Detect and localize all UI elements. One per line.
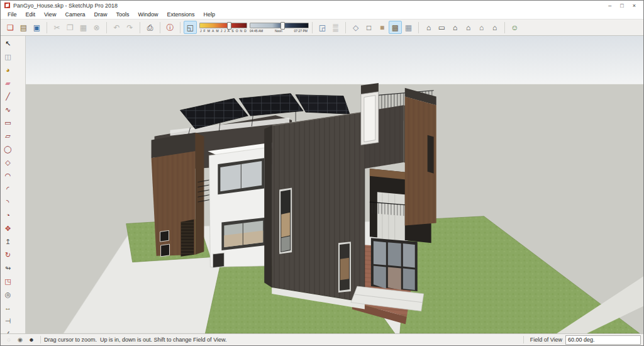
undo-button[interactable]: ↶: [110, 21, 123, 34]
month-letter: S: [231, 29, 233, 33]
circle-tool[interactable]: ◯: [2, 143, 14, 155]
month-letter: J: [224, 29, 226, 33]
style-xray-button[interactable]: ◇: [349, 21, 362, 34]
scale-tool[interactable]: ◳: [2, 276, 14, 287]
main-toolbar: ❏▤▣✂❐▦⊗↶↷⎙ⓘ ◱ JFMAMJJASOND 04:45 AM Noon…: [1, 20, 643, 36]
time-slider-handle[interactable]: [280, 22, 285, 30]
view-left-icon: ⌂: [492, 24, 497, 31]
two-point-arc-tool[interactable]: ◜: [2, 183, 14, 195]
copy-button[interactable]: ❐: [64, 21, 77, 34]
view-iso-button[interactable]: ⌂: [422, 21, 435, 34]
style-shaded-with-textures-icon: ▩: [392, 24, 399, 31]
tape-measure-tool[interactable]: ↔: [2, 302, 14, 314]
paste-button[interactable]: ▦: [77, 21, 90, 34]
toolbar-separator: [140, 22, 140, 33]
shadow-time-slider[interactable]: 04:45 AM Noon 07:27 PM: [250, 23, 309, 33]
style-monochrome-button[interactable]: ▦: [402, 21, 415, 34]
follow-me-tool[interactable]: ↬: [2, 262, 14, 274]
view-top-button[interactable]: ▭: [435, 21, 448, 34]
rectangle-tool[interactable]: ▭: [2, 117, 14, 129]
print-button[interactable]: ⎙: [143, 21, 157, 34]
style-hidden-line-button[interactable]: □: [362, 21, 375, 34]
rotate-tool[interactable]: ↻: [2, 249, 14, 261]
toolbar-separator: [180, 22, 180, 33]
menu-edit[interactable]: Edit: [21, 11, 40, 18]
menu-camera[interactable]: Camera: [60, 11, 89, 18]
shadow-date-slider[interactable]: JFMAMJJASOND: [199, 23, 247, 33]
save-button[interactable]: ▣: [30, 21, 43, 34]
measurement-input[interactable]: 60.00 deg.: [565, 335, 641, 345]
move-tool[interactable]: ✥: [2, 223, 14, 235]
view-left-button[interactable]: ⌂: [488, 21, 501, 34]
eraser-tool[interactable]: ▰: [2, 77, 14, 89]
menu-extensions[interactable]: Extensions: [162, 11, 199, 18]
geo-figure-icon: ☺: [511, 24, 518, 31]
erase-button[interactable]: ⊗: [90, 21, 103, 34]
shadows-toggle-icon: ◲: [319, 24, 326, 31]
make-component-tool[interactable]: ◫: [2, 51, 14, 63]
month-letter: A: [212, 29, 214, 33]
status-separator: [523, 336, 524, 343]
toolbar-separator: [47, 22, 47, 33]
cut-button[interactable]: ✂: [50, 21, 64, 34]
line-tool[interactable]: ╱: [2, 91, 14, 103]
geolocation-icon[interactable]: ◌: [5, 336, 13, 343]
month-labels: JFMAMJJASOND: [199, 29, 247, 33]
shadows-toggle-button[interactable]: ◲: [316, 21, 329, 34]
month-letter: F: [204, 29, 206, 33]
shadow-settings-button[interactable]: ◱: [184, 21, 197, 34]
sign-in-icon[interactable]: ☻: [28, 336, 35, 343]
minimize-button[interactable]: –: [608, 3, 611, 9]
dimension-tool[interactable]: ⊣: [2, 315, 14, 327]
pie-tool[interactable]: ◔: [2, 209, 14, 221]
rotated-rectangle-tool[interactable]: ▱: [2, 130, 14, 142]
menu-help[interactable]: Help: [199, 11, 219, 18]
style-shaded-with-textures-button[interactable]: ▩: [389, 21, 402, 34]
shadows-toolbar: ◱ JFMAMJJASOND 04:45 AM Noon 07:27 PM: [182, 21, 310, 34]
offset-tool[interactable]: ◎: [2, 289, 14, 301]
view-back-button[interactable]: ⌂: [475, 21, 488, 34]
polygon-tool[interactable]: ◇: [2, 157, 14, 169]
menu-draw[interactable]: Draw: [89, 11, 111, 18]
model-canvas[interactable]: [26, 36, 643, 333]
menu-window[interactable]: Window: [133, 11, 162, 18]
model-info-button[interactable]: ⓘ: [164, 21, 177, 34]
month-letter: N: [240, 29, 243, 33]
open-button[interactable]: ▤: [17, 21, 30, 34]
menu-tools[interactable]: Tools: [111, 11, 133, 18]
style-hidden-line-icon: □: [367, 24, 371, 31]
view-right-button[interactable]: ⌂: [462, 21, 475, 34]
large-tool-set: ↖◫◕▰╱∿▭▱◯◇◠◜◝◔✥↥↻↬◳◎↔⊣∠A⊥A↺☜⊕⊞✺↶☺◉∷◪: [1, 36, 26, 333]
undo-icon: ↶: [113, 24, 119, 31]
three-point-arc-tool[interactable]: ◝: [2, 196, 14, 208]
view-front-button[interactable]: ⌂: [448, 21, 462, 34]
close-button[interactable]: ×: [633, 3, 636, 9]
view-back-icon: ⌂: [479, 24, 484, 31]
push-pull-tool[interactable]: ↥: [2, 236, 14, 248]
status-bar: ◌◉☻ Drag cursor to zoom. Up is in, down …: [1, 333, 643, 345]
menu-view[interactable]: View: [40, 11, 60, 18]
menu-file[interactable]: File: [3, 11, 21, 18]
date-slider-handle[interactable]: [227, 22, 231, 30]
month-letter: J: [200, 29, 202, 33]
style-shaded-icon: ■: [380, 24, 384, 31]
credits-icon[interactable]: ◉: [16, 336, 24, 343]
save-icon: ▣: [33, 24, 40, 31]
freehand-tool[interactable]: ∿: [2, 104, 14, 116]
measurement-label: Field of View: [530, 337, 562, 343]
new-button[interactable]: ❏: [4, 21, 17, 34]
maximize-button[interactable]: □: [620, 3, 623, 9]
select-tool[interactable]: ↖: [2, 38, 14, 50]
paint-bucket-tool[interactable]: ◕: [2, 64, 14, 76]
month-letter: M: [208, 29, 210, 33]
erase-icon: ⊗: [93, 24, 99, 31]
redo-button[interactable]: ↷: [123, 21, 136, 34]
style-shaded-button[interactable]: ■: [375, 21, 389, 34]
arc-tool[interactable]: ◠: [2, 170, 14, 182]
fog-toggle-button[interactable]: ▒: [329, 21, 342, 34]
print-icon: ⎙: [147, 24, 153, 31]
toolbar-separator: [312, 22, 313, 33]
open-icon: ▤: [20, 24, 27, 31]
toolbar-separator: [345, 22, 346, 33]
geo-figure-button[interactable]: ☺: [508, 21, 521, 34]
